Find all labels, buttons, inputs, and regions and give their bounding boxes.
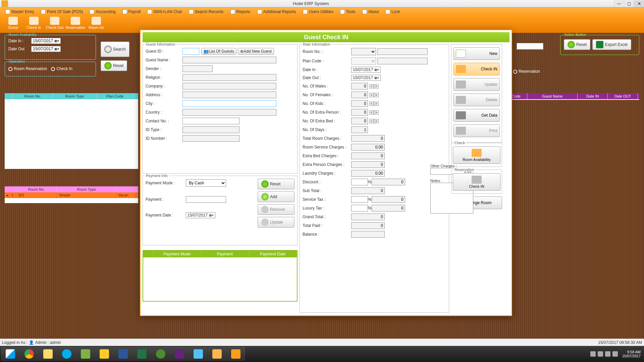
taskbar-idm[interactable] [152,347,170,361]
tray-icon[interactable] [590,351,596,357]
payment-update-button[interactable]: Update [258,217,294,228]
discount-pct-input[interactable] [351,179,368,185]
rate-date-out-input[interactable]: 15/07/2017▦▾ [351,75,381,81]
id-number-input[interactable] [182,135,239,142]
menu-accounting[interactable]: Accounting [86,9,119,14]
plan-code-select[interactable] [351,57,376,65]
menu-search-records[interactable]: Search Records [185,9,227,14]
extra-person-stepper[interactable]: <> [369,110,379,115]
toolbar-guest[interactable]: Guest [3,17,23,29]
rate-date-in-input[interactable]: 15/07/2017▦▾ [351,67,381,73]
luxury-tax-amt-input[interactable] [372,205,405,212]
extra-person-input[interactable] [351,109,368,116]
service-tax-amt-input[interactable] [372,196,405,203]
taskbar-word[interactable] [114,347,132,361]
minimize-button[interactable]: — [614,0,624,7]
availability-table[interactable]: Room No. Room Type Plan Code [5,93,138,169]
tray-sound-icon[interactable] [612,351,618,357]
export-excel-button[interactable]: Export Excel [592,39,631,50]
balance-input[interactable] [351,231,385,238]
taskbar-photos[interactable] [189,347,207,361]
guest-id-input[interactable] [182,48,199,55]
menu-payroll[interactable]: Payroll [119,9,144,14]
males-input[interactable] [351,83,368,89]
menu-tools[interactable]: Tools [337,9,359,14]
payment-add-button[interactable]: Add [258,191,294,202]
reset-button[interactable]: Reset [101,60,127,71]
room-service-input[interactable] [351,144,385,150]
company-input[interactable] [182,83,276,89]
calendar-icon[interactable]: ▦▾ [54,39,59,43]
reservation-check-in-button[interactable]: Check IN [453,173,500,191]
gender-input[interactable] [182,65,213,72]
extra-bed-chg-input[interactable] [351,153,385,159]
payment-reset-button[interactable]: Reset [258,179,294,189]
females-stepper[interactable]: <> [369,93,379,97]
menu-reports[interactable]: Reports [227,9,254,14]
religion-input[interactable] [182,74,276,81]
taskbar-skype[interactable] [58,347,76,361]
id-type-input[interactable] [182,126,239,133]
new-button[interactable]: New [453,47,500,60]
grand-total-input[interactable] [351,214,385,220]
reservation-table[interactable]: Code Guest Name Date IN Date OUT [505,93,639,100]
payments-table[interactable]: Payment Mode Payment Payment Date [143,250,298,302]
females-input[interactable] [351,92,368,98]
system-tray[interactable]: 9:58 AM 15/07/2017 [589,350,643,358]
taskbar-app-1[interactable] [76,347,95,361]
total-paid-input[interactable] [351,222,385,229]
tray-icon[interactable] [598,351,603,357]
delete-button[interactable]: Delete [453,94,500,106]
list-of-guests-button[interactable]: 👥 List Of Guests [201,48,236,55]
window-close-button[interactable]: ✕ [634,0,644,7]
males-stepper[interactable]: <> [369,84,379,88]
taskbar-vs[interactable] [170,347,189,361]
toolbar-reservation[interactable]: Reservation [65,17,86,29]
discount-amt-input[interactable] [372,179,405,185]
payment-input[interactable] [186,196,226,203]
update-button[interactable]: Update [453,78,500,91]
toolbar-check-in[interactable]: Check In [23,17,44,29]
menu-additional-reports[interactable]: Additional Reports [254,9,300,14]
toolbar-check-out[interactable]: Check Out [44,17,65,29]
payment-date-input[interactable]: 15/07/2017▦▾ [186,212,215,218]
extra-bed-input[interactable] [351,118,368,124]
start-button[interactable] [1,347,19,361]
search-button[interactable]: Search [101,42,129,57]
tray-network-icon[interactable] [605,351,610,357]
luxury-tax-pct-input[interactable] [351,205,368,212]
toolbar-room-se[interactable]: Room Se [86,17,107,29]
room-reservation-radio[interactable]: Room Reservation [8,66,47,71]
plan-code-name[interactable] [377,58,428,64]
city-input[interactable] [182,100,276,107]
extra-person-chg-input[interactable] [351,161,385,168]
check-in-radio[interactable]: Check In [51,66,72,71]
menu-master-entry[interactable]: Master Entry [2,9,38,14]
total-room-input[interactable] [351,135,385,142]
taskbar-hotel-erp[interactable] [227,347,245,361]
room-no-select[interactable] [351,48,376,55]
add-new-guest-button[interactable]: ⊕ Add New Guest [238,48,274,55]
kids-input[interactable] [351,100,368,107]
rooms-table[interactable]: Room No. Room Type ▸ 1 101 Simple Vacan [5,186,138,203]
guest-name-input[interactable] [182,57,276,63]
room-availability-button[interactable]: Room Availability [453,146,500,164]
menu-users-utilities[interactable]: Users Utilities [300,9,337,14]
get-data-button[interactable]: Get Data [453,109,500,122]
address-input[interactable] [182,92,276,98]
country-input[interactable] [182,109,276,116]
menu-sms-lan-chat[interactable]: SMS+LAN Chat [144,9,185,14]
taskbar-notes[interactable] [39,347,57,361]
unknown-input-1[interactable] [517,43,543,50]
payment-mode-select[interactable]: By Cash [186,179,226,187]
menu-lock[interactable]: Lock [382,9,403,14]
days-input[interactable] [351,126,368,133]
reservation-radio[interactable]: Reservation [513,69,540,74]
kids-stepper[interactable]: <> [369,102,379,106]
action-reset-button[interactable]: Reset [564,39,590,50]
calendar-icon[interactable]: ▦▾ [54,47,59,51]
print-button[interactable]: Print [453,124,500,137]
payment-remove-button[interactable]: Remove [258,204,294,215]
date-in-input[interactable]: 15/07/2017▦▾ [31,38,61,44]
contact-no-input[interactable] [182,118,239,124]
